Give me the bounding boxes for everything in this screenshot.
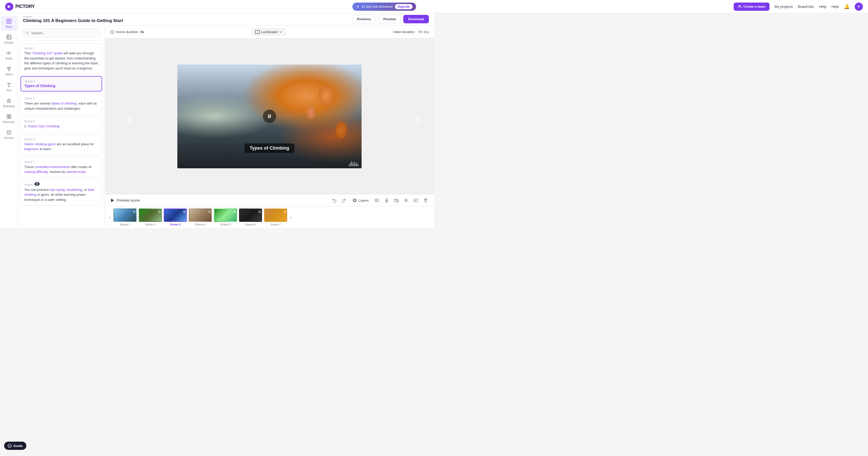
- video-duration: Video duration: 7m 11s: [393, 30, 429, 34]
- filmstrip-scene-2[interactable]: ⧉ Scene 2: [139, 208, 162, 226]
- trial-badge[interactable]: 14 day trial activated! Upgrade: [352, 3, 416, 11]
- search-input[interactable]: [31, 31, 97, 35]
- story-label: Story: [6, 25, 12, 28]
- chevron-down-icon: [279, 30, 282, 34]
- sidebar-item-story[interactable]: Story: [1, 16, 17, 31]
- thumb-label-7: Scene 7: [271, 223, 281, 226]
- filmstrip-scene-1[interactable]: ⧉ Scene 1: [114, 208, 137, 226]
- sidebar-item-format[interactable]: Format: [1, 127, 17, 142]
- thumb-img-6: ⧉: [239, 208, 262, 222]
- sidebar-item-branding[interactable]: Branding: [1, 95, 17, 110]
- scene-text-7: These controlled environments offer rout…: [24, 165, 98, 174]
- logo-overlay-icon: A: [413, 198, 418, 203]
- format-icon: [6, 130, 12, 135]
- filmstrip-scene-7[interactable]: ⧉ Scene 7: [264, 208, 287, 226]
- header-actions: Previous Preview Download: [352, 15, 429, 23]
- settings-button[interactable]: [403, 197, 409, 204]
- scene-card-5[interactable]: Scene 5 1. Indoor Gym Climbing:: [21, 116, 102, 132]
- search-box[interactable]: [22, 29, 100, 37]
- landscape-icon: [255, 30, 260, 34]
- scene-label-4: Scene 4: [24, 97, 98, 100]
- scene-card-6[interactable]: Scene 6 Indoor climbing gyms are an exce…: [21, 134, 102, 155]
- download-button[interactable]: Download: [403, 15, 429, 23]
- visuals-label: Visuals: [4, 41, 13, 44]
- branding-label: Branding: [3, 105, 14, 108]
- project-title: Climbing 101 A Beginners Guide to Gettin…: [23, 18, 123, 23]
- sidebar-item-text[interactable]: Text: [1, 79, 17, 94]
- scene-link-beginners[interactable]: beginners: [24, 147, 39, 151]
- filmstrip-next-button[interactable]: ›: [289, 213, 293, 221]
- filmstrip-scene-5[interactable]: ⧉ Scene 5: [214, 208, 237, 226]
- preview-scene-label: Preview scene: [117, 198, 140, 202]
- thumb-layers-5: ⧉: [234, 209, 236, 214]
- thumb-layers-6: ⧉: [258, 209, 261, 214]
- filmstrip-scene-3[interactable]: ⧉ Scene 3: [164, 208, 187, 226]
- video-duration-value: 7m 11s: [418, 30, 429, 34]
- filmstrip-prev-button[interactable]: ‹: [108, 213, 112, 221]
- thumb-label-6: Scene 6: [245, 223, 256, 226]
- add-scene-right-button[interactable]: +: [413, 116, 421, 123]
- preview-scene-button[interactable]: Preview scene: [110, 198, 140, 203]
- undo-button[interactable]: [331, 197, 338, 204]
- svg-rect-7: [7, 35, 11, 39]
- scene-link-guide[interactable]: "Climbing 101" guide: [31, 51, 62, 55]
- logo-button[interactable]: A: [412, 197, 419, 204]
- landscape-button[interactable]: Landscape: [252, 28, 286, 36]
- text-icon: [6, 82, 12, 88]
- redo-button[interactable]: [341, 197, 347, 204]
- scene-card-3[interactable]: Scene 3 Types of Climbing: [21, 76, 102, 91]
- scene-text-5: 1. Indoor Gym Climbing:: [24, 124, 98, 129]
- scene-card-4[interactable]: Scene 4 There are several styles of clim…: [21, 93, 102, 114]
- scene-duration: Scene duration: 5s: [110, 30, 144, 34]
- scene-link-controlled[interactable]: controlled environments: [35, 165, 70, 169]
- svg-rect-24: [270, 115, 271, 118]
- trial-text: 14 day trial activated!: [362, 5, 393, 8]
- scene-link-gym[interactable]: Indoor Gym Climbing:: [28, 124, 60, 128]
- svg-text:A: A: [415, 200, 416, 201]
- svg-point-11: [8, 69, 10, 71]
- scene-link-colored[interactable]: colored holds: [66, 170, 86, 174]
- control-icons: Layers: [331, 197, 429, 204]
- scene-link-varying[interactable]: varying difficulty: [24, 170, 48, 174]
- clock-icon: [110, 30, 114, 34]
- scene-link-styles[interactable]: styles of climbing: [52, 102, 77, 105]
- scene-card-7[interactable]: Scene 7 These controlled environments of…: [21, 157, 102, 178]
- remove-watermark-button[interactable]: [393, 197, 400, 204]
- scene-card-8[interactable]: Scene 8 5 You can practice top-roping, b…: [21, 180, 102, 206]
- sidebar-item-audio[interactable]: Audio: [1, 48, 17, 62]
- video-overlay-text: Types of Climbing: [245, 143, 294, 153]
- redo-icon: [342, 198, 346, 203]
- preview-button[interactable]: Preview: [378, 15, 401, 23]
- scene-link-bouldering[interactable]: bouldering: [66, 188, 82, 192]
- add-scene-left-button[interactable]: +: [125, 116, 132, 123]
- sidebar-item-visuals[interactable]: Visuals: [1, 32, 17, 47]
- sidebar-item-elements[interactable]: Elements: [1, 111, 17, 126]
- main-content-row: Scene 2 This "Climbing 101" guide will w…: [18, 26, 434, 228]
- format-label: Format: [4, 136, 13, 139]
- thumb-label-1: Scene 1: [120, 223, 130, 226]
- pause-button[interactable]: [263, 110, 276, 123]
- thumb-img-1: ⧉: [114, 208, 137, 222]
- filmstrip-scene-4[interactable]: ⧉ Scene 4: [189, 208, 212, 226]
- scene-link-gyms[interactable]: Indoor climbing gyms: [24, 142, 56, 146]
- microphone-button[interactable]: [383, 197, 390, 204]
- sidebar-item-styles[interactable]: Styles: [1, 63, 17, 78]
- scene-link-toproping[interactable]: top-roping: [50, 188, 65, 192]
- climbing-hold-3: [307, 106, 315, 119]
- scene-label-3: Scene 3: [25, 80, 98, 83]
- scene-card-2[interactable]: Scene 2 This "Climbing 101" guide will w…: [21, 43, 102, 74]
- layers-icon: [352, 198, 357, 203]
- previous-button[interactable]: Previous: [352, 15, 376, 23]
- project-info: Project Climbing 101 A Beginners Guide t…: [23, 15, 123, 23]
- upgrade-button[interactable]: Upgrade: [395, 4, 412, 9]
- project-label: Project: [23, 15, 123, 18]
- filmstrip-scene-6[interactable]: ⧉ Scene 6: [239, 208, 262, 226]
- scene-text-2: This "Climbing 101" guide will walk you …: [24, 51, 98, 71]
- landscape-label: Landscape: [261, 30, 278, 34]
- thumb-img-2: ⧉: [139, 208, 162, 222]
- caption-button[interactable]: [374, 197, 380, 204]
- layers-button[interactable]: Layers: [350, 197, 371, 204]
- svg-point-10: [9, 67, 11, 69]
- delete-scene-button[interactable]: [422, 197, 429, 204]
- scene-title-3: Types of Climbing: [25, 84, 98, 88]
